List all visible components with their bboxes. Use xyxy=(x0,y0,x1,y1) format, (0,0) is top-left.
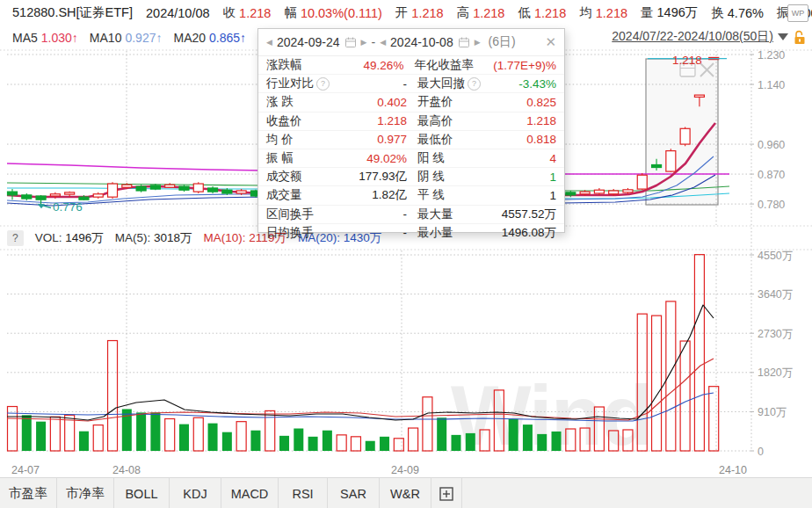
stat-value: 0.818 xyxy=(498,133,556,146)
candlestick xyxy=(236,191,246,193)
y-axis-label: 0.870 xyxy=(758,169,785,181)
y-axis-label: 4550万 xyxy=(758,250,793,262)
volume-bar xyxy=(666,301,676,451)
tab-boll[interactable]: BOLL xyxy=(114,478,170,508)
candlestick xyxy=(652,164,662,167)
candlestick xyxy=(637,175,647,189)
candlestick xyxy=(165,185,175,187)
candlestick xyxy=(122,185,132,187)
candlestick xyxy=(36,196,46,200)
volume-bar xyxy=(652,316,662,451)
stat-label: 年化收益率 xyxy=(414,57,493,73)
volume-bar xyxy=(236,422,246,451)
vol-ma5: MA(5): 3018万 xyxy=(115,230,192,246)
stat-value: - xyxy=(344,207,407,221)
candlestick xyxy=(179,186,189,190)
volume-bar xyxy=(552,432,562,451)
candlestick xyxy=(108,184,118,197)
end-date-prev-button[interactable]: ◀ xyxy=(380,38,386,47)
candlestick xyxy=(594,190,604,193)
stat-label: 最大回撤? xyxy=(417,76,498,91)
help-icon[interactable]: ? xyxy=(468,77,481,91)
candlestick xyxy=(193,184,203,192)
y-axis-label: 0.780 xyxy=(758,199,785,211)
stat-row: 均 价0.977最低价0.818 xyxy=(258,130,564,149)
candlestick xyxy=(8,192,18,195)
tab-市净率[interactable]: 市净率 xyxy=(57,478,114,508)
stat-label: 涨跌幅 xyxy=(266,57,342,73)
tab-市盈率[interactable]: 市盈率 xyxy=(0,478,57,508)
candlestick xyxy=(222,190,232,193)
stat-label: 开盘价 xyxy=(417,94,498,110)
popup-close-button[interactable]: ✕ xyxy=(545,34,556,50)
stat-label: 最大量 xyxy=(417,207,498,222)
end-date-calendar-icon[interactable] xyxy=(458,36,470,48)
popup-body: 涨跌幅49.26%年化收益率(1.77E+9)%行业对比?-最大回撤?-3.43… xyxy=(258,56,564,242)
volume-bar xyxy=(351,437,360,451)
indicator-tab-bar: 市盈率市净率BOLLKDJMACDRSISARW&R xyxy=(0,477,812,508)
volume-bar xyxy=(93,425,103,451)
candlestick xyxy=(694,95,704,97)
y-axis-label: 1.230 xyxy=(758,49,785,62)
candlestick xyxy=(93,194,103,197)
popup-header: ◀ 2024-09-24 ▶ - ◀ 2024-10-08 ▶ (6日) ✕ xyxy=(258,29,564,56)
volume-bar xyxy=(323,431,332,451)
start-date: 2024-09-24 xyxy=(277,35,340,49)
stat-value: 1496.08万 xyxy=(498,225,556,241)
candlestick xyxy=(566,192,576,195)
stat-label: 平 线 xyxy=(417,187,498,203)
help-icon[interactable]: ? xyxy=(316,77,330,91)
stat-value: 0.977 xyxy=(344,133,407,146)
volume-bar xyxy=(509,419,518,451)
volume-bar xyxy=(680,341,690,451)
end-date: 2024-10-08 xyxy=(390,35,453,49)
start-date-prev-button[interactable]: ◀ xyxy=(266,38,272,47)
candlestick xyxy=(136,186,146,191)
stat-value: 49.02% xyxy=(344,152,407,165)
start-date-next-button[interactable]: ▶ xyxy=(361,38,367,47)
stat-row: 涨 跌0.402开盘价0.825 xyxy=(258,92,564,111)
volume-bar xyxy=(337,435,346,451)
stat-value: 177.93亿 xyxy=(344,169,407,185)
range-day-count: (6日) xyxy=(489,34,516,50)
x-axis-label: 24-09 xyxy=(391,464,419,476)
low-price-annotation: 0.776 xyxy=(53,200,83,214)
start-date-calendar-icon[interactable] xyxy=(344,36,357,48)
volume-bar xyxy=(694,255,704,451)
volume-bar xyxy=(22,415,32,451)
y-axis-label: 0 xyxy=(758,446,764,458)
stat-value: (1.77E+9)% xyxy=(493,59,556,72)
stat-value: 49.26% xyxy=(342,59,403,72)
tab-macd[interactable]: MACD xyxy=(221,478,279,508)
stat-label: 最高价 xyxy=(417,113,498,129)
stat-value: -3.43% xyxy=(498,77,556,91)
range-label[interactable]: 2024/07/22-2024/10/08(50日) xyxy=(612,29,773,45)
tab-sar[interactable]: SAR xyxy=(328,478,380,508)
add-indicator-button[interactable] xyxy=(431,478,462,508)
end-date-next-button[interactable]: ▶ xyxy=(475,38,481,47)
volume-help-icon[interactable]: ? xyxy=(7,230,24,246)
volume-bar xyxy=(409,428,418,451)
tab-kdj[interactable]: KDJ xyxy=(170,478,221,508)
stat-row: 涨跌幅49.26%年化收益率(1.77E+9)% xyxy=(258,56,564,74)
stat-value: 1.218 xyxy=(498,114,556,127)
lock-icon[interactable] xyxy=(793,30,807,45)
range-dropdown-icon[interactable] xyxy=(778,33,788,40)
tab-rsi[interactable]: RSI xyxy=(279,478,328,508)
volume-bar xyxy=(394,439,403,451)
tab-wr[interactable]: W&R xyxy=(380,478,431,508)
x-axis-label: 24-10 xyxy=(719,464,747,476)
stat-row: 区间换手-最大量4557.52万 xyxy=(258,205,564,223)
volume-bar xyxy=(165,418,175,451)
volume-bar xyxy=(150,412,160,451)
candlestick xyxy=(65,192,75,194)
candlestick xyxy=(666,151,676,171)
stat-value: 1.82亿 xyxy=(344,187,407,203)
candlestick xyxy=(150,185,160,189)
range-group: 2024/07/22-2024/10/08(50日) xyxy=(612,29,807,45)
candlestick xyxy=(609,191,619,194)
volume-bar xyxy=(308,437,318,451)
volume-bar xyxy=(79,432,89,451)
stat-label: 日均换手 xyxy=(266,225,344,241)
volume-bar xyxy=(193,417,203,451)
